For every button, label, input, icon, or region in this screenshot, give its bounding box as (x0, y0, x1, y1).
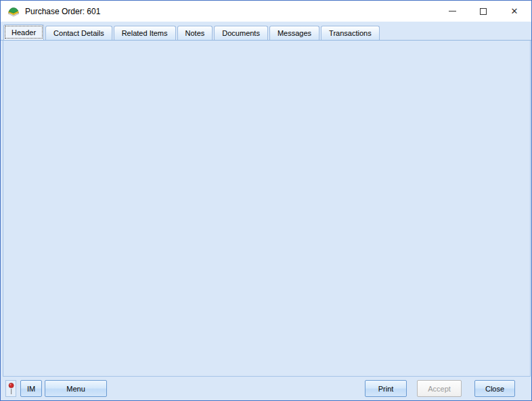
menu-button[interactable]: Menu (45, 380, 107, 397)
print-button-label: Print (378, 385, 394, 393)
tab-label: Related Items (122, 29, 168, 37)
tab-label: Transactions (329, 29, 372, 37)
pin-icon (8, 381, 14, 396)
menu-button-label: Menu (66, 385, 85, 393)
window-title: Purchase Order: 601 (25, 7, 100, 16)
close-button[interactable]: Close (474, 380, 515, 397)
maximize-button[interactable] (468, 1, 499, 22)
tab-label: Notes (185, 29, 205, 37)
maximize-icon (480, 8, 487, 15)
minimize-icon (449, 11, 456, 11)
accept-button-label: Accept (428, 385, 451, 393)
accept-button[interactable]: Accept (417, 380, 462, 397)
tab-contact-details[interactable]: Contact Details (45, 26, 112, 40)
minimize-button[interactable] (437, 1, 468, 22)
tabstrip-baseline (1, 40, 531, 41)
close-button-label: Close (485, 385, 504, 393)
tab-transactions[interactable]: Transactions (321, 26, 380, 40)
tab-label: Documents (222, 29, 260, 37)
print-button[interactable]: Print (365, 380, 407, 397)
window-controls: ✕ (437, 1, 530, 22)
tab-documents[interactable]: Documents (214, 26, 268, 40)
tab-label: Messages (278, 29, 311, 37)
tab-label: Contact Details (53, 29, 104, 37)
tab-messages[interactable]: Messages (269, 26, 319, 40)
tab-related-items[interactable]: Related Items (114, 26, 176, 40)
footer-bar: IM Menu Print Accept Close (3, 377, 531, 401)
im-button[interactable]: IM (20, 380, 42, 397)
tab-label: Header (12, 28, 36, 37)
close-window-button[interactable]: ✕ (499, 1, 530, 22)
tabstrip: Header Contact Details Related Items Not… (3, 24, 381, 40)
tab-header[interactable]: Header (3, 24, 44, 40)
app-icon (7, 5, 20, 18)
tab-page-header (3, 40, 531, 377)
close-icon: ✕ (511, 7, 518, 16)
im-button-label: IM (27, 385, 35, 393)
pin-button[interactable] (5, 380, 16, 397)
titlebar: Purchase Order: 601 ✕ (1, 1, 531, 22)
purchase-order-window: Purchase Order: 601 ✕ Header Contact Det… (0, 0, 532, 401)
tab-notes[interactable]: Notes (177, 26, 213, 40)
